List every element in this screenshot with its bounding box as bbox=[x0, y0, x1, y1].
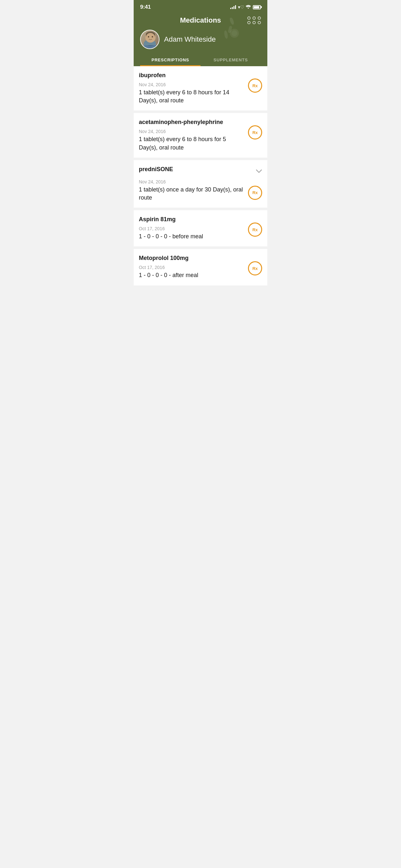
avatar bbox=[140, 30, 159, 49]
med-name: ibuprofen bbox=[139, 72, 244, 79]
chevron-down-icon[interactable] bbox=[256, 168, 262, 175]
med-info: ibuprofen Nov 24, 2016 1 tablet(s) every… bbox=[139, 72, 248, 104]
med-name: acetaminophen-phenylephrine bbox=[139, 119, 244, 126]
wifi-icon: ▾♡ bbox=[238, 4, 251, 10]
med-dosage: 1 tablet(s) once a day for 30 Day(s), or… bbox=[139, 186, 244, 202]
med-name: Aspirin 81mg bbox=[139, 216, 244, 223]
svg-point-3 bbox=[232, 30, 237, 36]
med-name: predniSONE bbox=[139, 166, 173, 173]
med-info: acetaminophen-phenylephrine Nov 24, 2016… bbox=[139, 119, 248, 151]
med-dosage: 1 tablet(s) every 6 to 8 hours for 14 Da… bbox=[139, 89, 244, 104]
medication-item[interactable]: ibuprofen Nov 24, 2016 1 tablet(s) every… bbox=[134, 66, 267, 111]
medication-item[interactable]: predniSONE Nov 24, 2016 1 tablet(s) once… bbox=[134, 160, 267, 208]
svg-point-8 bbox=[146, 33, 155, 42]
tabs: PRESCRIPTIONS SUPPLEMENTS bbox=[140, 54, 261, 66]
more-options-button[interactable] bbox=[247, 17, 261, 24]
rx-badge: Rx bbox=[248, 125, 262, 140]
svg-point-0 bbox=[229, 18, 235, 25]
med-info: Aspirin 81mg Oct 17, 2016 1 - 0 - 0 - 0 … bbox=[139, 216, 248, 241]
status-icons: ▾♡ bbox=[230, 4, 261, 10]
svg-point-10 bbox=[152, 36, 153, 37]
medication-item[interactable]: acetaminophen-phenylephrine Nov 24, 2016… bbox=[134, 113, 267, 157]
tab-supplements[interactable]: SUPPLEMENTS bbox=[201, 54, 261, 66]
status-bar: 9:41 ▾♡ bbox=[134, 0, 267, 13]
med-dosage: 1 - 0 - 0 - 0 - before meal bbox=[139, 232, 244, 241]
med-date: Nov 24, 2016 bbox=[139, 82, 244, 87]
medications-list: ibuprofen Nov 24, 2016 1 tablet(s) every… bbox=[134, 66, 267, 285]
user-name: Adam Whiteside bbox=[164, 35, 216, 43]
header: Medications bbox=[134, 13, 267, 66]
medication-item[interactable]: Aspirin 81mg Oct 17, 2016 1 - 0 - 0 - 0 … bbox=[134, 210, 267, 246]
rx-badge: Rx bbox=[248, 222, 262, 237]
med-info: Nov 24, 2016 1 tablet(s) once a day for … bbox=[139, 179, 248, 202]
med-dosage: 1 tablet(s) every 6 to 8 hours for 5 Day… bbox=[139, 135, 244, 151]
status-time: 9:41 bbox=[140, 4, 151, 10]
svg-point-9 bbox=[148, 36, 149, 37]
med-date: Oct 17, 2016 bbox=[139, 265, 244, 270]
med-date: Nov 24, 2016 bbox=[139, 129, 244, 134]
svg-point-4 bbox=[224, 30, 228, 39]
rx-badge: Rx bbox=[248, 79, 262, 93]
med-date: Oct 17, 2016 bbox=[139, 226, 244, 231]
signal-icon bbox=[230, 5, 236, 9]
med-date: Nov 24, 2016 bbox=[139, 179, 244, 184]
med-dosage: 1 - 0 - 0 - 0 - after meal bbox=[139, 271, 244, 279]
medication-item[interactable]: Metoprolol 100mg Oct 17, 2016 1 - 0 - 0 … bbox=[134, 249, 267, 285]
rx-badge: Rx bbox=[248, 261, 262, 275]
tab-prescriptions[interactable]: PRESCRIPTIONS bbox=[140, 54, 201, 66]
med-name: Metoprolol 100mg bbox=[139, 255, 244, 261]
med-info: Metoprolol 100mg Oct 17, 2016 1 - 0 - 0 … bbox=[139, 255, 248, 279]
battery-icon bbox=[253, 5, 261, 9]
pills-decoration bbox=[212, 18, 245, 42]
rx-badge: Rx bbox=[248, 186, 262, 200]
